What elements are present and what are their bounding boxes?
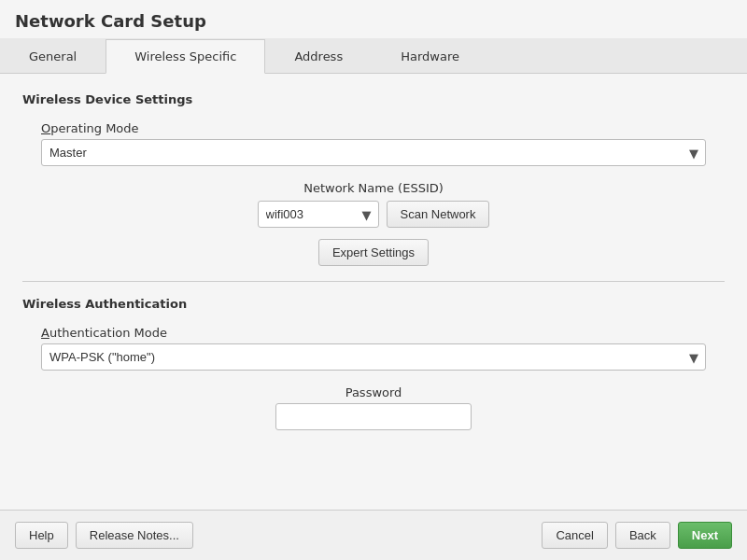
main-content: Wireless Device Settings Operating Mode …	[0, 74, 747, 510]
password-field: Password	[22, 385, 725, 430]
tab-wireless-specific[interactable]: Wireless Specific	[106, 39, 265, 74]
wireless-auth-title: Wireless Authentication	[22, 297, 725, 311]
tab-hardware[interactable]: Hardware	[372, 39, 488, 74]
password-input[interactable]	[275, 403, 472, 430]
tab-address[interactable]: Address	[265, 39, 372, 74]
tab-general[interactable]: General	[0, 39, 106, 74]
next-label: Next	[692, 528, 718, 542]
wireless-device-settings-title: Wireless Device Settings	[22, 92, 725, 106]
bottom-bar: Help Release Notes... Cancel Back Next	[0, 510, 747, 560]
password-label: Password	[345, 385, 402, 399]
section-divider	[22, 281, 725, 282]
wireless-authentication-section: Wireless Authentication Authentication M…	[22, 297, 725, 430]
tab-address-label: Address	[294, 49, 343, 63]
tab-hardware-label: Hardware	[401, 49, 459, 63]
bottom-left-buttons: Help Release Notes...	[15, 522, 193, 549]
cancel-label: Cancel	[556, 528, 593, 542]
auth-mode-select[interactable]: WPA-PSK ("home") WPA2-PSK None WEP	[41, 343, 706, 371]
expert-settings-row: Expert Settings	[22, 239, 725, 266]
operating-mode-select[interactable]: Master Managed Ad-Hoc Monitor	[41, 139, 706, 166]
tab-wireless-specific-label: Wireless Specific	[134, 49, 236, 63]
auth-mode-label: Authentication Mode	[41, 326, 706, 340]
scan-network-button[interactable]: Scan Network	[387, 201, 490, 228]
back-label: Back	[629, 528, 656, 542]
bottom-right-buttons: Cancel Back Next	[542, 522, 732, 549]
next-button[interactable]: Next	[678, 522, 732, 549]
title-bar: Network Card Setup	[0, 0, 747, 38]
help-label: Help	[29, 528, 54, 542]
expert-settings-button[interactable]: Expert Settings	[318, 239, 429, 266]
operating-mode-label: Operating Mode	[41, 121, 706, 135]
help-button[interactable]: Help	[15, 522, 68, 549]
network-name-field: Network Name (ESSID) wifi003 wifi001 wif…	[22, 181, 725, 228]
release-notes-label: Release Notes...	[90, 528, 179, 542]
network-name-select-wrapper: wifi003 wifi001 wifi002 ▼	[258, 201, 379, 228]
operating-mode-wrapper: Master Managed Ad-Hoc Monitor ▼	[41, 139, 706, 166]
auth-mode-wrapper: WPA-PSK ("home") WPA2-PSK None WEP ▼	[41, 343, 706, 371]
tab-bar: General Wireless Specific Address Hardwa…	[0, 38, 747, 74]
network-name-select[interactable]: wifi003 wifi001 wifi002	[258, 201, 379, 228]
cancel-button[interactable]: Cancel	[542, 522, 607, 549]
auth-mode-group: Authentication Mode WPA-PSK ("home") WPA…	[22, 326, 725, 371]
operating-mode-group: Operating Mode Master Managed Ad-Hoc Mon…	[22, 121, 725, 166]
tab-general-label: General	[29, 49, 77, 63]
back-button[interactable]: Back	[615, 522, 670, 549]
network-name-row: wifi003 wifi001 wifi002 ▼ Scan Network	[22, 201, 725, 228]
page-title: Network Card Setup	[15, 11, 732, 31]
network-name-label: Network Name (ESSID)	[22, 181, 725, 195]
main-window: Network Card Setup General Wireless Spec…	[0, 0, 747, 560]
release-notes-button[interactable]: Release Notes...	[76, 522, 193, 549]
